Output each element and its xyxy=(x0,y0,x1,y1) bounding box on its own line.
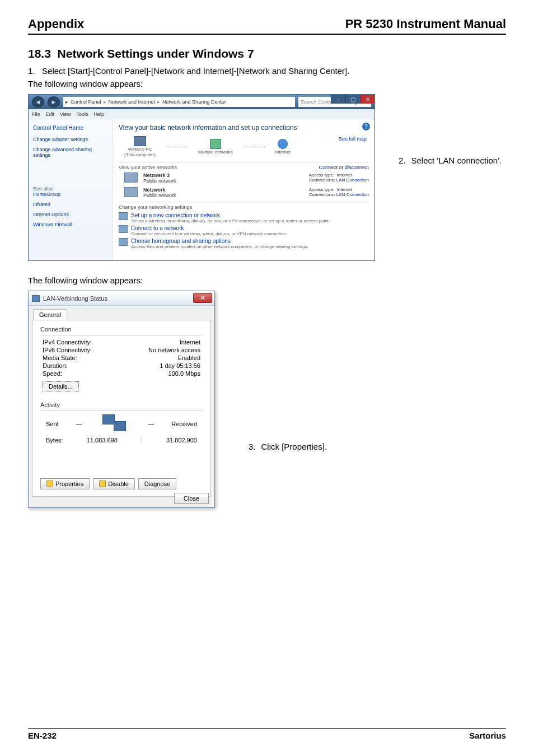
step-1-text: Select [Start]-[Control Panel]-[Network … xyxy=(42,66,349,76)
menu-tools[interactable]: Tools xyxy=(76,111,88,117)
crumb-3[interactable]: Network and Sharing Center xyxy=(162,99,226,105)
instruction-2: 2. Select 'LAN connection'. xyxy=(399,94,502,165)
received-label: Received xyxy=(171,421,197,427)
following-label-1: The following window appears: xyxy=(28,79,506,88)
header-right: PR 5230 Instrument Manual xyxy=(345,17,506,31)
main-title: View your basic network information and … xyxy=(119,124,369,132)
access-val-1: Internet xyxy=(337,172,352,178)
main-pane: ? View your basic network information an… xyxy=(113,119,374,260)
footer-left: EN-232 xyxy=(28,731,57,740)
shield-icon xyxy=(46,480,53,487)
details-button[interactable]: Details... xyxy=(43,381,79,391)
close-button[interactable]: Close xyxy=(174,493,209,504)
networks-icon xyxy=(210,139,221,149)
access-val-2: Internet xyxy=(337,187,352,192)
sent-label: Sent xyxy=(46,421,59,427)
access-label-1: Access type: xyxy=(309,172,334,178)
section-text: Network Settings under Windows 7 xyxy=(58,47,254,60)
windows-firewall-link[interactable]: Windows Firewall xyxy=(33,222,108,227)
diagnose-button[interactable]: Diagnose xyxy=(138,478,176,489)
ipv4-value: Internet xyxy=(180,339,200,346)
disable-button[interactable]: Disable xyxy=(93,478,135,489)
footer-right: Sartorius xyxy=(469,731,506,740)
status-icon xyxy=(32,295,40,302)
map-line-1 xyxy=(166,147,188,147)
ipv6-value: No network access xyxy=(148,347,200,353)
breadcrumb[interactable]: ▸ Control Panel▸ Network and Internet▸ N… xyxy=(63,97,295,107)
nav-forward-button[interactable]: ► xyxy=(48,96,60,108)
minimize-button[interactable]: – xyxy=(331,95,345,104)
net2-name: Netzwerk xyxy=(143,187,166,193)
duration-label: Duration: xyxy=(43,362,68,369)
speed-label: Speed: xyxy=(43,370,62,377)
menu-edit[interactable]: Edit xyxy=(46,111,55,117)
connect-icon xyxy=(119,225,128,233)
crumb-1[interactable]: Control Panel xyxy=(71,99,101,105)
crumb-2[interactable]: Network and Internet xyxy=(109,99,156,105)
bench-icon xyxy=(124,172,138,183)
cp-home-link[interactable]: Control Panel Home xyxy=(33,125,108,131)
lan-status-dialog: ✕ LAN-Verbindung Status General Connecti… xyxy=(28,291,215,508)
ipv6-label: IPv6 Connectivity: xyxy=(43,347,92,353)
change-adapter-link[interactable]: Change adapter settings xyxy=(33,137,108,142)
infrared-link[interactable]: Infrared xyxy=(33,202,108,207)
task-connect-link[interactable]: Connect to a network xyxy=(131,225,287,231)
page-footer: EN-232 Sartorius xyxy=(28,728,506,740)
node-pc-name: WMATZ-PC xyxy=(128,147,152,152)
internet-options-link[interactable]: Internet Options xyxy=(33,212,108,217)
header-left: Appendix xyxy=(28,17,84,31)
net2-type: Public network xyxy=(143,193,176,198)
task-homegroup-link[interactable]: Choose homegroup and sharing options xyxy=(131,238,308,244)
network-sharing-center-window: – ▢ ✕ ◄ ► ▸ Control Panel▸ Network and I… xyxy=(28,94,375,261)
connect-disconnect-link[interactable]: Connect or disconnect xyxy=(318,165,369,170)
window-controls: – ▢ ✕ xyxy=(331,95,374,104)
menu-view[interactable]: View xyxy=(60,111,71,117)
net1-name: Netzwerk 3 xyxy=(143,172,170,178)
following-label-2: The following window appears: xyxy=(28,276,506,285)
page-header: Appendix PR 5230 Instrument Manual xyxy=(28,17,506,35)
lan-connection-link-2[interactable]: LAN Connection xyxy=(336,192,369,197)
dialog-close-button[interactable]: ✕ xyxy=(193,293,212,303)
left-pane: Control Panel Home Change adapter settin… xyxy=(29,119,113,260)
step-2-num: 2. xyxy=(399,156,406,165)
menubar: File Edit View Tools Help xyxy=(29,109,374,119)
section-title: 18.3 Network Settings under Windows 7 xyxy=(28,47,506,60)
speed-value: 100.0 Mbps xyxy=(168,370,200,377)
bytes-sent: 11.083.698 xyxy=(87,437,118,444)
change-sharing-link[interactable]: Change advanced sharing settings xyxy=(33,147,108,158)
dialog-titlebar: LAN-Verbindung Status xyxy=(29,291,214,306)
maximize-button[interactable]: ▢ xyxy=(345,95,360,104)
nav-back-button[interactable]: ◄ xyxy=(32,96,44,108)
active-networks-header: View your active networks xyxy=(119,165,177,170)
step-2-text: Select 'LAN connection'. xyxy=(411,156,502,165)
tab-general[interactable]: General xyxy=(33,309,67,320)
step-3-num: 3. xyxy=(249,442,256,451)
tab-body: Connection IPv4 Connectivity:Internet IP… xyxy=(32,320,211,497)
node-networks: Multiple networks xyxy=(198,150,233,155)
menu-help[interactable]: Help xyxy=(93,111,104,117)
activity-icon xyxy=(99,414,130,433)
menu-file[interactable]: File xyxy=(32,111,40,117)
step-1: 1. Select [Start]-[Control Panel]-[Netwo… xyxy=(28,66,506,76)
bytes-label: Bytes: xyxy=(46,437,63,444)
homegroup-link[interactable]: HomeGroup xyxy=(33,192,108,197)
pc-icon xyxy=(134,136,146,146)
dialog-title: LAN-Verbindung Status xyxy=(43,295,107,302)
task-setup-link[interactable]: Set up a new connection or network xyxy=(131,212,330,218)
task-connect-desc: Connect or reconnect to a wireless, wire… xyxy=(131,231,287,236)
properties-button[interactable]: Properties xyxy=(40,478,90,489)
network-row-1: Netzwerk 3 Public network Access type: I… xyxy=(124,172,369,184)
wizard-icon xyxy=(119,212,128,220)
step-3-text: Click [Properties]. xyxy=(261,442,327,451)
help-icon[interactable]: ? xyxy=(362,123,370,130)
see-full-map-link[interactable]: See full map xyxy=(339,136,367,142)
lan-connection-link-1[interactable]: LAN Connection xyxy=(336,178,369,183)
net1-type: Public network xyxy=(143,178,176,184)
conn-label-2: Connections: xyxy=(309,192,335,197)
node-pc-sub: (This computer) xyxy=(124,152,156,157)
globe-icon xyxy=(278,139,288,149)
node-internet: Internet xyxy=(275,150,291,155)
close-button[interactable]: ✕ xyxy=(360,95,374,104)
homegroup-icon xyxy=(119,238,128,246)
ipv4-label: IPv4 Connectivity: xyxy=(43,339,92,346)
